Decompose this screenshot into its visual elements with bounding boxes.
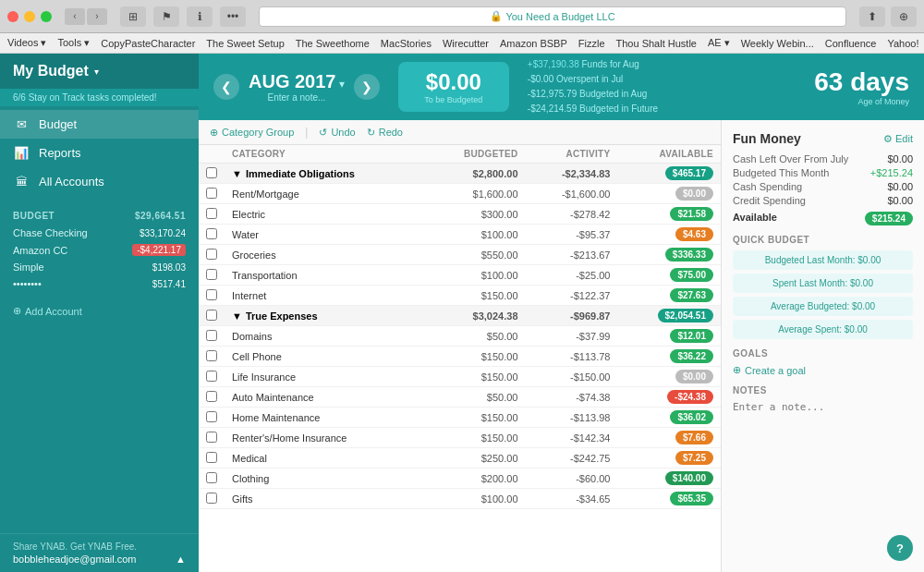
task-banner[interactable]: 6/6 Stay on Track tasks completed!	[0, 89, 199, 106]
table-row[interactable]: Clothing $200.00 -$60.00 $140.00	[199, 469, 721, 489]
table-group-row[interactable]: ▼ Immediate Obligations $2,800.00 -$2,33…	[199, 164, 721, 184]
sidebar-header[interactable]: My Budget ▾	[0, 54, 199, 89]
table-row[interactable]: Groceries $550.00 -$213.67 $336.33	[199, 245, 721, 265]
sidebar-arrow-icon: ▾	[94, 67, 99, 77]
qb-avg-spent[interactable]: Average Spent: $0.00	[733, 320, 913, 339]
row-budgeted[interactable]: $100.00	[425, 265, 526, 286]
bookmark-confluence[interactable]: Confluence	[825, 38, 877, 49]
group-collapse-icon[interactable]: ▼	[232, 310, 242, 322]
row-checkbox-cell[interactable]	[199, 286, 225, 306]
row-budgeted[interactable]: $150.00	[425, 428, 526, 448]
notes-input[interactable]	[733, 401, 913, 425]
table-row[interactable]: Internet $150.00 -$122.37 $27.63	[199, 286, 721, 306]
sidebar-item-accounts[interactable]: 🏛 All Accounts	[0, 167, 199, 196]
url-bar[interactable]: 🔒 You Need a Budget LLC	[259, 6, 846, 27]
row-activity: -$60.00	[526, 469, 618, 489]
bookmark-tools[interactable]: Tools ▾	[58, 37, 91, 49]
help-button[interactable]: ?	[887, 535, 913, 561]
undo-icon: ↺	[319, 127, 327, 139]
budget-note[interactable]: Enter a note...	[249, 92, 345, 103]
bookmark-sweethome[interactable]: The Sweethome	[296, 38, 370, 49]
bookmark-copypaste[interactable]: CopyPasteCharacter	[101, 38, 195, 49]
row-budgeted[interactable]: $300.00	[425, 204, 526, 225]
bookmark-yahoo[interactable]: Yahoo!	[887, 38, 918, 49]
account-simple[interactable]: Simple $198.03	[0, 259, 199, 275]
bookmark-fizzle[interactable]: Fizzle	[578, 38, 605, 49]
table-row[interactable]: Cell Phone $150.00 -$113.78 $36.22	[199, 347, 721, 367]
table-row[interactable]: Transportation $100.00 -$25.00 $75.00	[199, 265, 721, 286]
table-row[interactable]: Rent/Mortgage $1,600.00 -$1,600.00 $0.00	[199, 184, 721, 204]
account-hidden[interactable]: •••••••• $517.41	[0, 275, 199, 292]
table-row[interactable]: Electric $300.00 -$278.42 $21.58	[199, 204, 721, 225]
bookmark-macstories[interactable]: MacStories	[381, 38, 432, 49]
row-checkbox-cell[interactable]	[199, 428, 225, 448]
group-collapse-icon[interactable]: ▼	[232, 168, 242, 179]
undo-button[interactable]: ↺ Undo	[319, 127, 355, 139]
row-budgeted[interactable]: $100.00	[425, 489, 526, 509]
row-checkbox-cell[interactable]	[199, 448, 225, 469]
table-row[interactable]: Water $100.00 -$95.37 $4.63	[199, 225, 721, 245]
table-row[interactable]: Life Insurance $150.00 -$150.00 $0.00	[199, 367, 721, 387]
next-month-button[interactable]: ❯	[354, 74, 380, 100]
table-group-row[interactable]: ▼ True Expenses $3,024.38 -$969.87 $2,05…	[199, 306, 721, 326]
table-row[interactable]: Auto Maintenance $50.00 -$74.38 -$24.38	[199, 387, 721, 408]
qb-last-month[interactable]: Budgeted Last Month: $0.00	[733, 250, 913, 270]
row-budgeted[interactable]: $150.00	[425, 408, 526, 428]
close-button[interactable]	[7, 11, 18, 22]
bookmark-videos[interactable]: Videos ▾	[7, 37, 47, 49]
row-budgeted[interactable]: $50.00	[425, 326, 526, 347]
table-row[interactable]: Renter's/Home Insurance $150.00 -$142.34…	[199, 428, 721, 448]
prev-month-button[interactable]: ❮	[213, 74, 239, 100]
row-budgeted[interactable]: $1,600.00	[425, 184, 526, 204]
row-budgeted[interactable]: $100.00	[425, 225, 526, 245]
table-row[interactable]: Gifts $100.00 -$34.65 $65.35	[199, 489, 721, 509]
row-budgeted[interactable]: $250.00	[425, 448, 526, 469]
bookmark-hustle[interactable]: Thou Shalt Hustle	[616, 38, 697, 49]
table-row[interactable]: Domains $50.00 -$37.99 $12.01	[199, 326, 721, 347]
row-checkbox-cell[interactable]	[199, 489, 225, 509]
sidebar-item-reports[interactable]: 📊 Reports	[0, 139, 199, 167]
redo-button[interactable]: ↻ Redo	[367, 127, 403, 139]
row-checkbox-cell[interactable]	[199, 184, 225, 204]
group-checkbox-cell[interactable]	[199, 306, 225, 326]
bookmark-wirecutter[interactable]: Wirecutter	[443, 38, 489, 49]
row-checkbox-cell[interactable]	[199, 326, 225, 347]
panel-edit-button[interactable]: ⚙ Edit	[883, 133, 913, 145]
row-budgeted[interactable]: $150.00	[425, 286, 526, 306]
row-activity: -$113.78	[526, 347, 618, 367]
row-checkbox-cell[interactable]	[199, 347, 225, 367]
row-checkbox-cell[interactable]	[199, 245, 225, 265]
row-checkbox-cell[interactable]	[199, 469, 225, 489]
row-checkbox-cell[interactable]	[199, 204, 225, 225]
row-budgeted[interactable]: $200.00	[425, 469, 526, 489]
qb-avg-budgeted[interactable]: Average Budgeted: $0.00	[733, 297, 913, 316]
account-chase[interactable]: Chase Checking $33,170.24	[0, 225, 199, 241]
table-row[interactable]: Home Maintenance $150.00 -$113.98 $36.02	[199, 408, 721, 428]
row-budgeted[interactable]: $50.00	[425, 387, 526, 408]
row-checkbox-cell[interactable]	[199, 387, 225, 408]
row-budgeted[interactable]: $150.00	[425, 347, 526, 367]
category-group-button[interactable]: ⊕ Category Group	[210, 127, 294, 139]
row-budgeted[interactable]: $150.00	[425, 367, 526, 387]
account-amazon[interactable]: Amazon CC -$4,221.17	[0, 241, 199, 259]
fullscreen-button[interactable]	[41, 11, 52, 22]
bookmark-weekly[interactable]: Weekly Webin...	[741, 38, 814, 49]
row-checkbox-cell[interactable]	[199, 225, 225, 245]
forward-button[interactable]: ›	[87, 8, 107, 25]
bookmark-amazon[interactable]: Amazon BSBP	[500, 38, 567, 49]
minimize-button[interactable]	[24, 11, 35, 22]
sidebar-item-budget[interactable]: ✉ Budget	[0, 110, 199, 139]
row-budgeted[interactable]: $550.00	[425, 245, 526, 265]
create-goal-button[interactable]: ⊕ Create a goal	[733, 364, 913, 376]
row-checkbox-cell[interactable]	[199, 367, 225, 387]
account-chase-balance: $33,170.24	[140, 228, 186, 238]
group-checkbox-cell[interactable]	[199, 164, 225, 184]
row-checkbox-cell[interactable]	[199, 408, 225, 428]
qb-spent-last[interactable]: Spent Last Month: $0.00	[733, 274, 913, 293]
bookmark-sweetsetup[interactable]: The Sweet Setup	[206, 38, 284, 49]
back-button[interactable]: ‹	[65, 8, 85, 25]
table-row[interactable]: Medical $250.00 -$242.75 $7.25	[199, 448, 721, 469]
bookmark-ae[interactable]: AE ▾	[708, 37, 730, 49]
row-checkbox-cell[interactable]	[199, 265, 225, 286]
add-account-button[interactable]: ⊕ Add Account	[0, 299, 199, 323]
